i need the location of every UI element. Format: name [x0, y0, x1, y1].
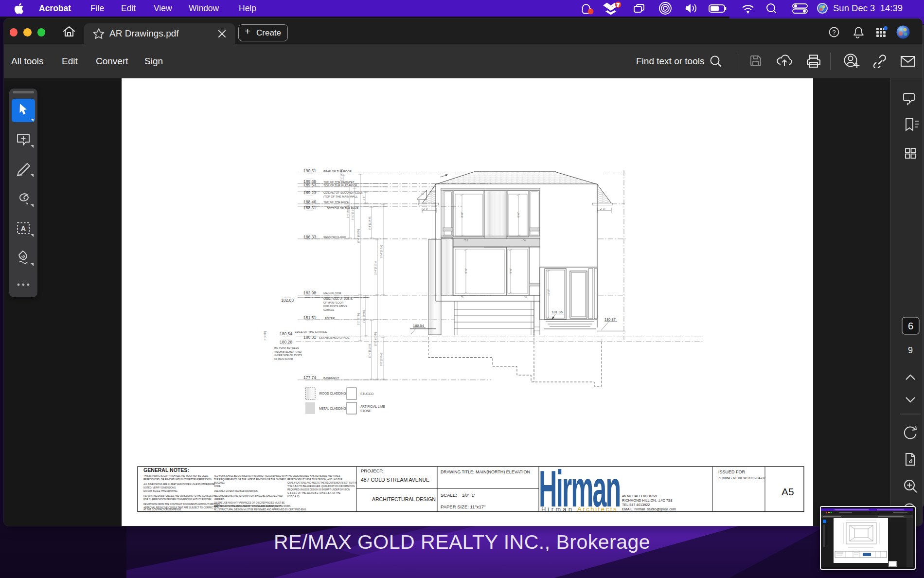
svg-text:*6: *6	[461, 296, 463, 299]
svg-text:2'-1" [.63 M]: 2'-1" [.63 M]	[340, 169, 343, 181]
svg-text:DEVIATIONS FROM THE CONTRACT D: DEVIATIONS FROM THE CONTRACT DOCUMENTS W…	[143, 503, 220, 506]
svg-text:NOTED. VERIFY DIMENSIONS.: NOTED. VERIFY DIMENSIONS.	[143, 487, 176, 489]
svg-text:THE REQUIREMENTS OF THE LATEST: THE REQUIREMENTS OF THE LATEST REVISION …	[214, 478, 286, 481]
svg-text:8'-6": 8'-6"	[517, 212, 520, 217]
svg-text:GARAGE: GARAGE	[323, 308, 335, 311]
svg-text:10'-4" [3.15 M]: 10'-4" [3.15 M]	[369, 344, 371, 358]
svg-text:8'-4" [2.54 M]: 8'-4" [2.54 M]	[369, 217, 371, 230]
svg-text:Hirman: Hirman	[541, 506, 574, 513]
svg-text:ALL DIMENSIONS AND INFORMATION: ALL DIMENSIONS AND INFORMATION SHALL BE …	[214, 495, 283, 497]
svg-text:TEL:547 4013922: TEL:547 4013922	[622, 503, 650, 507]
svg-text:180,54: 180,54	[280, 331, 292, 336]
svg-text:CODE.: CODE.	[214, 485, 221, 488]
svg-text:9'-8" [2.95 M]: 9'-8" [2.95 M]	[380, 353, 383, 366]
svg-text:180.87: 180.87	[604, 317, 616, 322]
svg-text:9'-4" [2.84 M]: 9'-4" [2.84 M]	[347, 205, 349, 218]
svg-text:ALL DIMENSIONS ARE IN FEET AND: ALL DIMENSIONS ARE IN FEET AND INCHES UN…	[143, 483, 215, 486]
svg-text:TOP OF THE EAVE: TOP OF THE EAVE	[323, 200, 349, 203]
svg-text:STONE: STONE	[360, 409, 371, 413]
svg-text:USE ONLY LATEST REVISED DRAWIN: USE ONLY LATEST REVISED DRAWINGS.	[214, 490, 258, 492]
svg-text:PEAK OF THE ROOF: PEAK OF THE ROOF	[323, 170, 352, 173]
svg-text:?: ?	[832, 29, 835, 36]
svg-text:GENERAL NOTES:: GENERAL NOTES:	[143, 467, 189, 473]
svg-text:8'-6": 8'-6"	[461, 212, 463, 217]
svg-text:PAPER SIZE: 11"x17": PAPER SIZE: 11"x17"	[441, 504, 485, 509]
svg-text:ON THE JOB AND ANY VARIANCES O: ON THE JOB AND ANY VARIANCES OR DISCREPA…	[214, 502, 284, 504]
svg-text:MID POINT BETWEEN: MID POINT BETWEEN	[274, 346, 299, 349]
svg-text:FOR JOISTS ABPVE: FOR JOISTS ABPVE	[323, 305, 348, 307]
svg-text:10: 10	[421, 193, 424, 196]
svg-text:ALL STRUCTURAL DESIGN MUST BE: ALL STRUCTURAL DESIGN MUST BE REVIEWED A…	[214, 508, 306, 511]
svg-text:9'-6": 9'-6"	[509, 268, 512, 273]
svg-text:181,51: 181,51	[303, 315, 316, 320]
svg-text:487 COLD STREAM AVENUE: 487 COLD STREAM AVENUE	[361, 477, 429, 483]
svg-text:EDGE OF THE GARAGE: EDGE OF THE GARAGE	[295, 330, 327, 333]
svg-text:A5: A5	[782, 486, 794, 497]
svg-text:BUILDING: BUILDING	[214, 482, 225, 484]
svg-text:6: 6	[908, 321, 913, 331]
svg-text:REPRODUCED, OR REVISED WITHOUT: REPRODUCED, OR REVISED WITHOUT WRITTEN P…	[143, 478, 212, 481]
svg-text:188,31: 188,31	[303, 205, 316, 210]
svg-text:*6: *6	[523, 239, 526, 242]
svg-text:181.36: 181.36	[551, 310, 563, 314]
svg-text:20'-4" [6.2 M]: 20'-4" [6.2 M]	[380, 245, 383, 258]
svg-text:ESTABLISHED GRADE: ESTABLISHED GRADE	[319, 336, 350, 339]
svg-text:FOR CLARIFICATION BEFORE COMME: FOR CLARIFICATION BEFORE COMMENCING WITH…	[143, 498, 212, 501]
svg-text:TOP OF THE PARAPET: TOP OF THE PARAPET	[323, 181, 355, 183]
svg-text:11'-2": 11'-2"	[547, 289, 550, 296]
svg-text:DO NOT SCALE THIS DRAWING.: DO NOT SCALE THIS DRAWING.	[143, 490, 178, 492]
svg-text:A: A	[20, 224, 26, 233]
svg-text:15'-6" [4.72 M]: 15'-6" [4.72 M]	[374, 332, 377, 346]
svg-text:1" [.03 M]: 1" [.03 M]	[264, 331, 267, 341]
svg-text:WOOD CLADDING: WOOD CLADDING	[319, 392, 346, 395]
svg-text:AT THE CONTRACTOR'S EXPENSE.: AT THE CONTRACTOR'S EXPENSE.	[143, 508, 181, 511]
svg-text:2023-04-02: 2023-04-02	[747, 476, 765, 480]
svg-text:TOP OF THE FLAT ROOF: TOP OF THE FLAT ROOF	[323, 184, 357, 187]
svg-text:REQUIRED UNLESS DESIGN IS EXEM: REQUIRED UNLESS DESIGN IS EXEMPT UNDER D…	[287, 488, 350, 491]
svg-text:189,23: 189,23	[303, 190, 316, 195]
svg-text:2'-11" [.89 M]: 2'-11" [.89 M]	[363, 310, 365, 323]
svg-text:METAL CLADDING: METAL CLADDING	[319, 407, 346, 410]
svg-text:CEILING OF SECOND FLOOR: CEILING OF SECOND FLOOR	[323, 191, 363, 194]
svg-text:46 MCCALLUM DRIVE: 46 MCCALLUM DRIVE	[622, 494, 658, 498]
svg-text:UNDER SIDE OF JOISTS: UNDER SIDE OF JOISTS	[323, 297, 353, 300]
svg-text:DRAWING TITLE:: DRAWING TITLE:	[441, 470, 474, 474]
svg-text:180,28: 180,28	[280, 340, 292, 344]
svg-text:12: 12	[418, 200, 421, 203]
svg-text:*6: *6	[524, 296, 527, 299]
svg-text:190,31: 190,31	[303, 168, 316, 173]
svg-text:16'-4" [4.98 M]: 16'-4" [4.98 M]	[357, 229, 360, 243]
svg-text:182,98: 182,98	[303, 290, 316, 295]
svg-text:7: 7	[617, 2, 619, 7]
svg-text:9: 9	[908, 345, 913, 355]
svg-text:VERIFIED: VERIFIED	[214, 498, 225, 501]
svg-text:/TOP OF THE MAIN WALL: /TOP OF THE MAIN WALL	[323, 195, 358, 198]
svg-text:C-3.2.5.1. OF THE 2012 O.B.C |: C-3.2.5.1. OF THE 2012 O.B.C | OH.3.7.5.…	[287, 492, 340, 494]
svg-text:EMAIL: hirman_studio@gmail.com: EMAIL: hirman_studio@gmail.com	[622, 507, 676, 511]
svg-text:QUALIFICATIONS AND MEETS THE R: QUALIFICATIONS AND MEETS THE REQUIREMENT…	[287, 482, 357, 484]
svg-text:UNDER SIDE OF JOISTS: UNDER SIDE OF JOISTS	[274, 354, 302, 357]
svg-text:180,31: 180,31	[303, 335, 316, 340]
svg-text:177,74: 177,74	[303, 375, 316, 380]
svg-text:REPORT INCONSISTENCIES AND OMI: REPORT INCONSISTENCIES AND OMISSIONS TO …	[143, 495, 217, 497]
svg-text:9'-6": 9'-6"	[464, 268, 467, 273]
svg-text:ZONING REVIEW: ZONING REVIEW	[718, 476, 747, 480]
svg-text:*6.2: *6.2	[464, 239, 468, 242]
svg-text:MAIN(NORTH) ELEVATION: MAIN(NORTH) ELEVATION	[476, 470, 530, 474]
svg-text:BASEMENT: BASEMENT	[323, 377, 339, 379]
svg-text:186,33: 186,33	[303, 235, 316, 239]
svg-text:188,46: 188,46	[303, 199, 316, 204]
svg-text:SECOND FLOOR: SECOND FLOOR	[323, 235, 346, 238]
svg-text:ARTIFICIAL LIME: ARTIFICIAL LIME	[360, 405, 385, 408]
svg-text:OF MAIN FLOOR: OF MAIN FLOOR	[323, 301, 343, 304]
svg-text:RESPONSIBILITY FOR THIS DESIGN: RESPONSIBILITY FOR THIS DESIGN, AND HAS …	[287, 478, 342, 481]
svg-text:OF MAIN FLOOR: OF MAIN FLOOR	[274, 358, 293, 361]
svg-text:10'-4" [3.15 M]: 10'-4" [3.15 M]	[374, 261, 377, 275]
svg-text:FOYER: FOYER	[325, 317, 335, 320]
svg-text:1'-5": 1'-5"	[363, 196, 365, 200]
svg-text:2'-3": 2'-3"	[600, 207, 605, 210]
svg-text:MAIN FLOOR: MAIN FLOOR	[323, 292, 341, 295]
svg-text:180.54: 180.54	[413, 324, 424, 328]
svg-text:ISSUED FOR: ISSUED FOR	[718, 470, 746, 474]
svg-text:SCALE:: SCALE:	[441, 492, 457, 498]
